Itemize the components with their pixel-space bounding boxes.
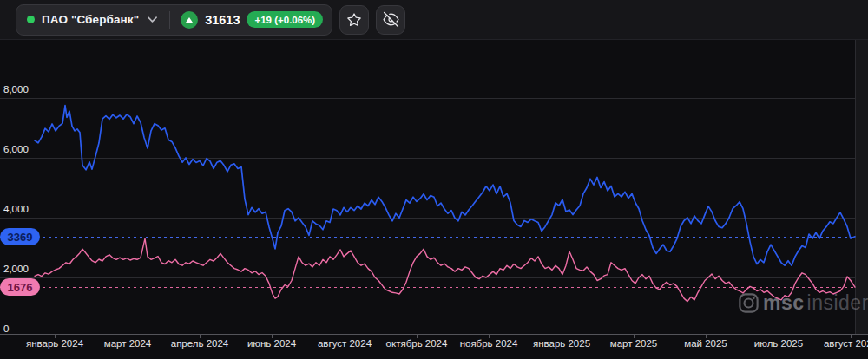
eye-off-icon — [383, 11, 399, 28]
status-dot-icon — [27, 16, 35, 23]
symbol-selector[interactable]: ПАО "Сбербанк" 31613 +19 (+0.06%) — [16, 4, 332, 36]
toolbar: ПАО "Сбербанк" 31613 +19 (+0.06%) — [0, 0, 868, 40]
hide-button[interactable] — [376, 5, 405, 35]
star-icon — [346, 12, 362, 28]
favorite-button[interactable] — [339, 5, 369, 35]
pink-series-line — [35, 238, 855, 302]
up-arrow-icon — [181, 11, 198, 29]
last-price: 31613 — [205, 13, 240, 27]
change-badge: +19 (+0.06%) — [247, 11, 323, 28]
series-plot — [0, 0, 868, 359]
last-price-badge: 1676 — [0, 278, 40, 296]
chevron-down-icon — [148, 16, 157, 23]
blue-series-line — [35, 106, 855, 266]
last-price-badge: 3369 — [0, 228, 40, 245]
chart-area[interactable]: mscinsider 8,0006,0004,0002,0000январь 2… — [0, 0, 868, 359]
divider — [169, 11, 170, 29]
symbol-name: ПАО "Сбербанк" — [42, 13, 139, 26]
